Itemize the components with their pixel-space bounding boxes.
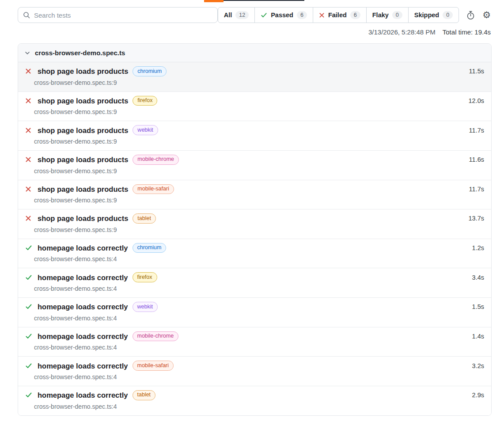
test-row[interactable]: shop page loads products mobile-safari 1…: [18, 180, 491, 210]
project-badge: webkit: [133, 302, 158, 312]
failed-cross-icon: [25, 186, 34, 192]
test-title: homepage loads correctly: [38, 302, 128, 312]
test-row-main: homepage loads correctly mobile-safari 3…: [25, 361, 484, 371]
test-title: shop page loads products: [38, 96, 128, 106]
project-badge: firefox: [133, 96, 157, 106]
failed-cross-icon: [25, 215, 34, 221]
test-row[interactable]: homepage loads correctly mobile-safari 3…: [18, 357, 491, 386]
test-duration: 3.4s: [472, 273, 484, 282]
test-rows-container: shop page loads products chromium 11.5s …: [18, 62, 491, 415]
test-title: shop page loads products: [38, 155, 128, 164]
test-row[interactable]: shop page loads products chromium 11.5s …: [18, 62, 491, 92]
project-badge: tablet: [133, 213, 156, 224]
test-row-main: shop page loads products firefox 12.0s: [25, 96, 484, 106]
test-location: cross-browser-demo.spec.ts:9: [34, 138, 484, 145]
test-duration: 12.0s: [469, 96, 484, 106]
check-icon: [261, 12, 267, 19]
filter-label: Passed: [271, 11, 293, 19]
file-group-header[interactable]: cross-browser-demo.spec.ts: [18, 44, 491, 62]
filter-chip-passed[interactable]: Passed 6: [254, 7, 313, 23]
file-name: cross-browser-demo.spec.ts: [35, 49, 125, 57]
test-row-main: shop page loads products mobile-chrome 1…: [25, 155, 484, 165]
project-badge: mobile-safari: [133, 184, 174, 194]
test-row[interactable]: homepage loads correctly tablet 2.9s cro…: [18, 386, 491, 415]
test-row[interactable]: homepage loads correctly chromium 1.2s c…: [18, 239, 491, 269]
filter-group: All 12 Passed 6 Failed 6 Flaky 0 Skipped…: [218, 7, 459, 23]
failed-cross-icon: [25, 127, 34, 133]
test-location: cross-browser-demo.spec.ts:4: [34, 373, 484, 381]
stopwatch-icon: [466, 11, 475, 20]
test-title: shop page loads products: [38, 125, 128, 135]
filter-chip-flaky[interactable]: Flaky 0: [366, 7, 409, 23]
test-row-main: homepage loads correctly webkit 1.5s: [25, 302, 484, 312]
search-icon: [23, 11, 30, 19]
passed-check-icon: [25, 362, 34, 369]
project-badge: mobile-safari: [133, 361, 174, 371]
failed-cross-icon: [25, 156, 34, 163]
test-location: cross-browser-demo.spec.ts:9: [34, 167, 484, 175]
test-row[interactable]: homepage loads correctly firefox 3.4s cr…: [18, 268, 491, 298]
test-location: cross-browser-demo.spec.ts:4: [34, 344, 484, 351]
test-row-main: shop page loads products chromium 11.5s: [25, 66, 484, 76]
test-row-main: shop page loads products mobile-safari 1…: [25, 184, 484, 194]
test-row[interactable]: shop page loads products mobile-chrome 1…: [18, 151, 491, 180]
test-title: shop page loads products: [38, 184, 128, 194]
total-time: Total time: 19.4s: [443, 28, 491, 36]
cross-icon: [319, 12, 325, 18]
test-row[interactable]: homepage loads correctly mobile-chrome 1…: [18, 327, 491, 357]
test-duration: 11.5s: [469, 66, 484, 76]
test-row[interactable]: shop page loads products firefox 12.0s c…: [18, 92, 491, 122]
test-duration: 11.7s: [469, 184, 484, 194]
test-duration: 11.7s: [469, 125, 484, 135]
filter-label: Failed: [328, 11, 347, 19]
test-row-main: homepage loads correctly tablet 2.9s: [25, 390, 484, 400]
test-title: shop page loads products: [38, 213, 128, 223]
test-location: cross-browser-demo.spec.ts:4: [34, 403, 484, 411]
report-datetime: 3/13/2026, 5:28:48 PM: [368, 28, 436, 36]
chevron-down-icon: [25, 50, 30, 56]
passed-check-icon: [25, 333, 34, 340]
timer-button[interactable]: [466, 11, 475, 20]
filter-count: 12: [235, 11, 249, 19]
passed-check-icon: [25, 303, 34, 310]
test-row[interactable]: homepage loads correctly webkit 1.5s cro…: [18, 298, 491, 327]
test-duration: 1.2s: [472, 243, 484, 253]
filter-count: 0: [443, 11, 453, 19]
test-location: cross-browser-demo.spec.ts:4: [34, 285, 484, 293]
test-title: homepage loads correctly: [38, 243, 128, 253]
filter-chip-skipped[interactable]: Skipped 0: [408, 7, 459, 23]
test-title: homepage loads correctly: [38, 331, 128, 341]
test-duration: 2.9s: [472, 390, 484, 400]
test-duration: 11.6s: [469, 155, 484, 164]
test-location: cross-browser-demo.spec.ts:9: [34, 108, 484, 116]
gear-icon: ⚙: [482, 11, 491, 20]
project-badge: mobile-chrome: [133, 331, 179, 342]
settings-button[interactable]: ⚙: [482, 11, 491, 20]
filter-chip-all[interactable]: All 12: [218, 7, 255, 23]
passed-check-icon: [25, 274, 34, 281]
search-input[interactable]: [34, 11, 212, 19]
search-box[interactable]: [18, 7, 218, 23]
test-duration: 1.5s: [472, 302, 484, 312]
test-title: homepage loads correctly: [38, 273, 128, 282]
test-title: homepage loads correctly: [38, 390, 128, 400]
toolbar: All 12 Passed 6 Failed 6 Flaky 0 Skipped…: [0, 0, 504, 23]
test-title: homepage loads correctly: [38, 361, 128, 371]
test-location: cross-browser-demo.spec.ts:4: [34, 255, 484, 263]
failed-cross-icon: [25, 68, 34, 74]
project-badge: chromium: [133, 243, 167, 253]
filter-label: Skipped: [414, 11, 439, 19]
test-row[interactable]: shop page loads products tablet 13.7s cr…: [18, 209, 491, 239]
top-strip: [0, 0, 504, 3]
meta-row: 3/13/2026, 5:28:48 PMTotal time: 19.4s: [0, 23, 504, 36]
test-row[interactable]: shop page loads products webkit 11.7s cr…: [18, 121, 491, 151]
project-badge: mobile-chrome: [133, 155, 179, 165]
test-row-main: homepage loads correctly chromium 1.2s: [25, 243, 484, 253]
passed-check-icon: [25, 392, 34, 399]
top-strip-orange-segment: [204, 0, 224, 2]
filter-chip-failed[interactable]: Failed 6: [313, 7, 367, 23]
filter-count: 0: [392, 11, 402, 19]
test-location: cross-browser-demo.spec.ts:9: [34, 226, 484, 234]
test-row-main: shop page loads products tablet 13.7s: [25, 213, 484, 224]
project-badge: webkit: [133, 125, 158, 135]
